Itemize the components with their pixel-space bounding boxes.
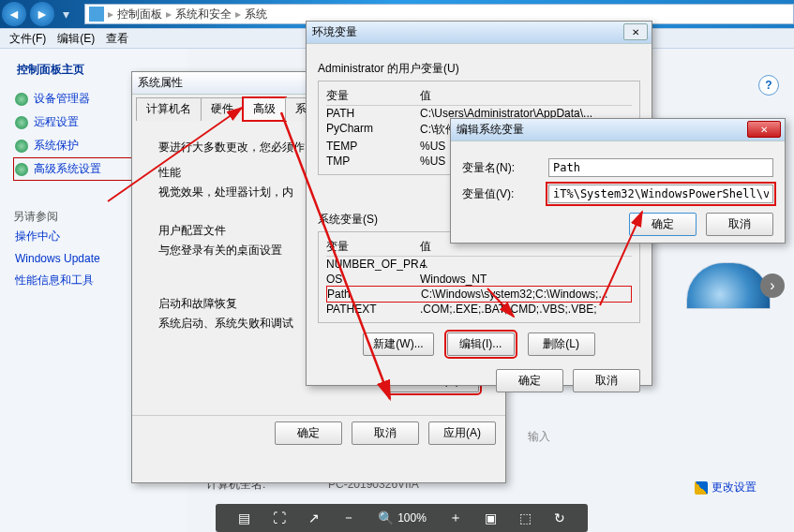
ok-button[interactable]: 确定 [275,421,342,445]
scroll-right-button[interactable]: › [760,273,785,298]
close-button[interactable]: ✕ [623,23,648,40]
zoom-out-icon[interactable]: － [342,510,355,526]
ok-button[interactable]: 确定 [496,369,563,392]
cancel-button[interactable]: 取消 [352,421,419,445]
shield-icon [15,116,28,129]
menu-edit[interactable]: 编辑(E) [52,29,100,49]
apply-button[interactable]: 应用(A) [428,421,496,445]
windows-logo-art [686,262,771,309]
viewer-toolbar: ▤ ⛶ ↗ － 🔍 100% ＋ ▣ ⬚ ↻ [216,504,588,532]
close-button[interactable]: ✕ [747,121,781,138]
tab-hardware[interactable]: 硬件 [201,97,244,121]
nav-back-button[interactable]: ◄ [2,2,26,26]
cancel-button[interactable]: 取消 [706,213,773,236]
tab-computer-name[interactable]: 计算机名 [136,97,202,121]
edit-variable-dialog: 编辑系统变量 ✕ 变量名(N): 变量值(V): 确定 取消 [450,118,786,244]
breadcrumb[interactable]: 控制面板 [113,7,166,22]
var-value-label: 变量值(V): [462,186,537,202]
var-name-label: 变量名(N): [462,160,537,176]
nav-fwd-button[interactable]: ► [30,2,54,26]
var-value-input[interactable] [548,185,773,203]
help-icon[interactable]: ? [758,75,779,96]
change-settings-link[interactable]: 更改设置 [695,480,757,495]
table-row: OSWindows_NT [326,272,632,287]
size-icon[interactable]: ⛶ [273,510,286,525]
menu-view[interactable]: 查看 [100,29,134,49]
share-icon[interactable]: ↗ [308,510,320,525]
edit-button[interactable]: 编辑(I)... [447,332,515,356]
cancel-button[interactable]: 取消 [573,369,640,392]
save-icon[interactable]: ▤ [238,510,250,525]
table-row-path: PathC:\Windows\system32;C:\Windows;... [326,286,632,303]
table-row: PATHEXT.COM;.EXE;.BAT;.CMD;.VBS;.VBE; [326,302,632,317]
shield-icon [695,481,708,495]
menu-file[interactable]: 文件(F) [4,29,52,49]
zoom-in-icon[interactable]: ＋ [449,510,462,526]
tab-advanced[interactable]: 高级 [243,97,286,121]
user-vars-label: Administrator 的用户变量(U) [318,61,640,77]
rotate-icon[interactable]: ↻ [554,510,565,525]
dialog-body: 变量名(N): 变量值(V): 确定 取消 [451,141,785,245]
breadcrumb[interactable]: 系统 [241,7,271,22]
control-panel-icon [89,7,104,22]
dialog-title: 环境变量 ✕ [307,22,652,44]
nav-history-button[interactable]: ▾ [58,2,73,26]
shield-icon [15,93,28,106]
delete-button[interactable]: 删除(L) [528,332,595,356]
var-name-input[interactable] [548,158,773,177]
shield-icon [15,140,28,153]
breadcrumb[interactable]: 系统和安全 [172,7,235,22]
input-hint: 输入 [528,429,550,445]
fit-icon[interactable]: ▣ [485,510,497,525]
new-button[interactable]: 新建(W)... [363,332,433,356]
ok-button[interactable]: 确定 [629,213,697,236]
crop-icon[interactable]: ⬚ [519,510,532,525]
shield-icon [15,163,28,176]
dialog-title: 编辑系统变量 ✕ [451,119,785,141]
zoom-level[interactable]: 🔍 100% [378,510,427,525]
table-row: NUMBER_OF_PR...4 [326,257,632,272]
